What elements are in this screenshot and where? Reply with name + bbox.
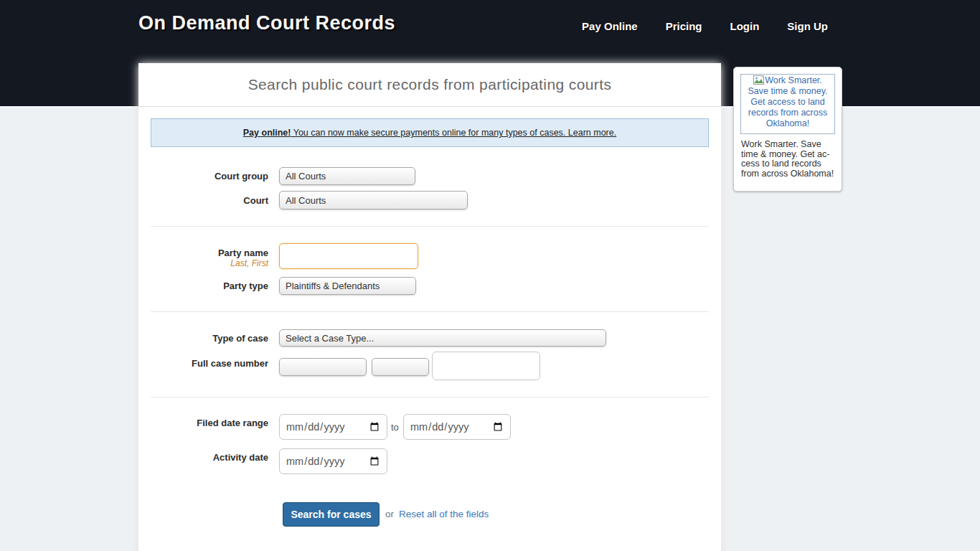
section-divider xyxy=(151,397,709,397)
ad-caption: Work Smarter. Save time & money. Get ac-… xyxy=(741,140,839,179)
activity-date-label: Activity date xyxy=(151,452,268,463)
case-type-label: Type of case xyxy=(151,333,268,344)
page: On Demand Court Records Pay Online Prici… xyxy=(0,0,980,551)
header-nav: Pay Online Pricing Login Sign Up xyxy=(582,20,828,32)
court-select[interactable]: All Courts xyxy=(279,191,468,209)
broken-image-icon xyxy=(753,75,764,85)
page-title: Search public court records from partici… xyxy=(138,63,721,107)
case-number-label: Full case number xyxy=(151,358,268,369)
nav-pay-online[interactable]: Pay Online xyxy=(582,20,638,32)
party-name-label: Party name xyxy=(151,248,268,258)
court-group-label: Court group xyxy=(151,171,268,182)
filed-date-to-input[interactable] xyxy=(403,414,511,440)
reset-fields-link[interactable]: Reset all of the fields xyxy=(399,509,489,519)
case-number-type-select[interactable] xyxy=(372,358,429,376)
date-range-separator: to xyxy=(391,422,399,433)
case-type-select[interactable]: Select a Case Type... xyxy=(279,329,606,347)
party-name-input[interactable] xyxy=(279,243,418,269)
party-name-hint: Last, First xyxy=(151,258,268,268)
activity-date-input[interactable] xyxy=(279,448,387,474)
search-for-cases-button[interactable]: Search for cases xyxy=(283,502,380,527)
nav-sign-up[interactable]: Sign Up xyxy=(787,20,828,32)
case-number-input[interactable] xyxy=(432,352,540,380)
case-number-year-select[interactable] xyxy=(279,358,367,376)
banner-body: You can now make secure payments online … xyxy=(291,128,567,138)
brand-title[interactable]: On Demand Court Records xyxy=(138,12,395,34)
banner-learn-more-link[interactable]: Learn more. xyxy=(568,128,616,138)
filed-date-range-label: Filed date range xyxy=(151,418,268,428)
banner-lead: Pay online! xyxy=(243,128,291,138)
section-divider xyxy=(151,226,709,227)
nav-pricing[interactable]: Pricing xyxy=(666,20,702,32)
nav-login[interactable]: Login xyxy=(730,20,760,32)
filed-date-from-input[interactable] xyxy=(279,414,387,440)
land-records-ad-card[interactable]: Work Smarter. Save time & money. Get acc… xyxy=(733,67,842,192)
court-group-select[interactable]: All Courts xyxy=(279,167,415,185)
or-text: or xyxy=(385,509,394,519)
pay-online-banner[interactable]: Pay online! You can now make secure paym… xyxy=(151,118,709,147)
party-type-select[interactable]: Plaintiffs & Defendants xyxy=(279,277,416,295)
section-divider xyxy=(151,311,709,312)
ad-broken-image-box[interactable]: Work Smarter. Save time & money. Get acc… xyxy=(740,74,835,134)
court-label: Court xyxy=(151,195,268,206)
party-type-label: Party type xyxy=(151,281,268,291)
search-panel: Search public court records from partici… xyxy=(138,63,721,551)
